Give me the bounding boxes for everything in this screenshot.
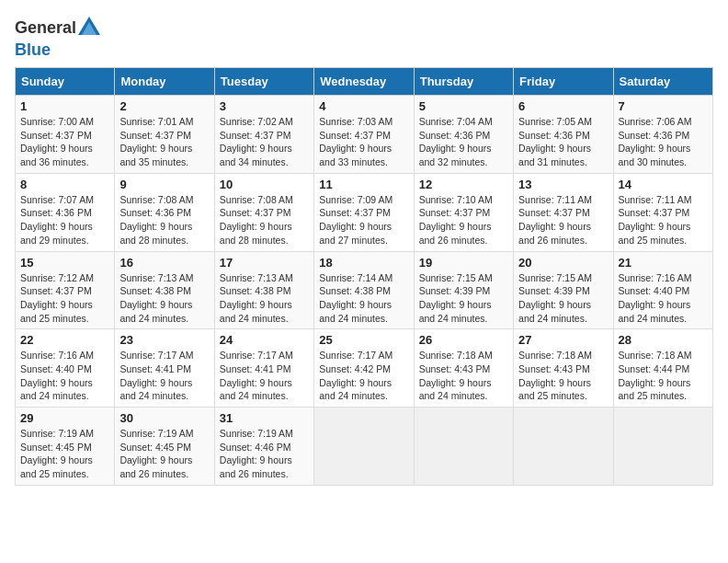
day-cell-30: 30Sunrise: 7:19 AM Sunset: 4:45 PM Dayli… (115, 408, 214, 486)
logo-general: General (15, 18, 76, 38)
day-cell-6: 6Sunrise: 7:05 AM Sunset: 4:36 PM Daylig… (514, 96, 613, 174)
day-cell-3: 3Sunrise: 7:02 AM Sunset: 4:37 PM Daylig… (214, 96, 313, 174)
day-cell-31: 31Sunrise: 7:19 AM Sunset: 4:46 PM Dayli… (214, 408, 313, 486)
day-detail: Sunrise: 7:03 AM Sunset: 4:37 PM Dayligh… (319, 116, 392, 167)
day-number: 4 (319, 99, 408, 113)
day-cell-29: 29Sunrise: 7:19 AM Sunset: 4:45 PM Dayli… (16, 408, 115, 486)
header-sunday: Sunday (16, 68, 115, 96)
day-cell-8: 8Sunrise: 7:07 AM Sunset: 4:36 PM Daylig… (16, 173, 115, 251)
day-cell-1: 1Sunrise: 7:00 AM Sunset: 4:37 PM Daylig… (16, 96, 115, 174)
day-detail: Sunrise: 7:14 AM Sunset: 4:38 PM Dayligh… (319, 272, 392, 324)
calendar-table: SundayMondayTuesdayWednesdayThursdayFrid… (15, 67, 713, 486)
header-wednesday: Wednesday (314, 68, 414, 96)
day-detail: Sunrise: 7:13 AM Sunset: 4:38 PM Dayligh… (119, 272, 193, 324)
day-detail: Sunrise: 7:17 AM Sunset: 4:42 PM Dayligh… (319, 350, 392, 401)
day-detail: Sunrise: 7:16 AM Sunset: 4:40 PM Dayligh… (20, 350, 94, 401)
day-cell-25: 25Sunrise: 7:17 AM Sunset: 4:42 PM Dayli… (314, 329, 414, 408)
week-row-2: 8Sunrise: 7:07 AM Sunset: 4:36 PM Daylig… (16, 173, 713, 251)
day-number: 19 (419, 256, 508, 270)
header-friday: Friday (514, 68, 613, 96)
day-cell-13: 13Sunrise: 7:11 AM Sunset: 4:37 PM Dayli… (514, 173, 613, 251)
day-detail: Sunrise: 7:02 AM Sunset: 4:37 PM Dayligh… (220, 116, 293, 167)
header-tuesday: Tuesday (214, 68, 313, 96)
logo-icon (76, 15, 102, 40)
day-cell-9: 9Sunrise: 7:08 AM Sunset: 4:36 PM Daylig… (115, 173, 214, 251)
day-cell-15: 15Sunrise: 7:12 AM Sunset: 4:37 PM Dayli… (16, 251, 115, 329)
day-number: 1 (20, 99, 109, 113)
day-number: 30 (119, 411, 209, 425)
day-detail: Sunrise: 7:18 AM Sunset: 4:43 PM Dayligh… (518, 350, 592, 401)
calendar-header: SundayMondayTuesdayWednesdayThursdayFrid… (16, 68, 713, 96)
week-row-1: 1Sunrise: 7:00 AM Sunset: 4:37 PM Daylig… (16, 96, 713, 174)
day-detail: Sunrise: 7:12 AM Sunset: 4:37 PM Dayligh… (20, 272, 94, 324)
day-detail: Sunrise: 7:11 AM Sunset: 4:37 PM Dayligh… (518, 194, 592, 246)
day-cell-16: 16Sunrise: 7:13 AM Sunset: 4:38 PM Dayli… (115, 251, 214, 329)
day-cell-4: 4Sunrise: 7:03 AM Sunset: 4:37 PM Daylig… (314, 96, 414, 174)
day-number: 10 (220, 178, 309, 191)
day-detail: Sunrise: 7:08 AM Sunset: 4:37 PM Dayligh… (220, 194, 293, 246)
day-number: 11 (319, 178, 408, 191)
week-row-3: 15Sunrise: 7:12 AM Sunset: 4:37 PM Dayli… (16, 251, 713, 329)
day-cell-24: 24Sunrise: 7:17 AM Sunset: 4:41 PM Dayli… (214, 329, 313, 408)
week-row-5: 29Sunrise: 7:19 AM Sunset: 4:45 PM Dayli… (16, 408, 713, 486)
day-number: 7 (619, 99, 708, 113)
day-number: 18 (319, 256, 408, 270)
logo-blue: Blue (15, 40, 51, 59)
day-detail: Sunrise: 7:15 AM Sunset: 4:39 PM Dayligh… (518, 272, 592, 324)
day-number: 31 (220, 411, 309, 425)
day-detail: Sunrise: 7:10 AM Sunset: 4:37 PM Dayligh… (419, 194, 493, 246)
day-number: 5 (419, 99, 508, 113)
day-number: 21 (619, 256, 708, 270)
day-cell-7: 7Sunrise: 7:06 AM Sunset: 4:36 PM Daylig… (613, 96, 712, 174)
day-number: 23 (119, 333, 209, 347)
day-number: 13 (518, 178, 608, 191)
page-header: GeneralBlue (15, 15, 713, 60)
day-detail: Sunrise: 7:13 AM Sunset: 4:38 PM Dayligh… (220, 272, 293, 324)
day-number: 24 (220, 333, 309, 347)
empty-cell (514, 408, 613, 486)
day-number: 15 (20, 256, 109, 270)
day-detail: Sunrise: 7:17 AM Sunset: 4:41 PM Dayligh… (119, 350, 193, 401)
day-cell-14: 14Sunrise: 7:11 AM Sunset: 4:37 PM Dayli… (613, 173, 712, 251)
day-number: 2 (119, 99, 209, 113)
day-number: 16 (119, 256, 209, 270)
day-number: 3 (220, 99, 309, 113)
day-detail: Sunrise: 7:17 AM Sunset: 4:41 PM Dayligh… (220, 350, 293, 401)
day-number: 26 (419, 333, 508, 347)
day-detail: Sunrise: 7:07 AM Sunset: 4:36 PM Dayligh… (20, 194, 94, 246)
empty-cell (314, 408, 414, 486)
day-detail: Sunrise: 7:19 AM Sunset: 4:45 PM Dayligh… (119, 428, 193, 479)
day-cell-17: 17Sunrise: 7:13 AM Sunset: 4:38 PM Dayli… (214, 251, 313, 329)
week-row-4: 22Sunrise: 7:16 AM Sunset: 4:40 PM Dayli… (16, 329, 713, 408)
day-cell-19: 19Sunrise: 7:15 AM Sunset: 4:39 PM Dayli… (414, 251, 513, 329)
day-detail: Sunrise: 7:01 AM Sunset: 4:37 PM Dayligh… (119, 116, 193, 167)
day-number: 8 (20, 178, 109, 191)
header-monday: Monday (115, 68, 214, 96)
day-number: 28 (619, 333, 708, 347)
day-detail: Sunrise: 7:06 AM Sunset: 4:36 PM Dayligh… (619, 116, 692, 167)
day-cell-23: 23Sunrise: 7:17 AM Sunset: 4:41 PM Dayli… (115, 329, 214, 408)
day-number: 20 (518, 256, 608, 270)
calendar-body: 1Sunrise: 7:00 AM Sunset: 4:37 PM Daylig… (16, 96, 713, 486)
header-row: SundayMondayTuesdayWednesdayThursdayFrid… (16, 68, 713, 96)
day-detail: Sunrise: 7:09 AM Sunset: 4:37 PM Dayligh… (319, 194, 392, 246)
day-cell-12: 12Sunrise: 7:10 AM Sunset: 4:37 PM Dayli… (414, 173, 513, 251)
day-number: 25 (319, 333, 408, 347)
day-detail: Sunrise: 7:18 AM Sunset: 4:44 PM Dayligh… (619, 350, 692, 401)
day-detail: Sunrise: 7:00 AM Sunset: 4:37 PM Dayligh… (20, 116, 94, 167)
day-detail: Sunrise: 7:11 AM Sunset: 4:37 PM Dayligh… (619, 194, 692, 246)
logo: GeneralBlue (15, 15, 102, 60)
day-cell-10: 10Sunrise: 7:08 AM Sunset: 4:37 PM Dayli… (214, 173, 313, 251)
day-detail: Sunrise: 7:15 AM Sunset: 4:39 PM Dayligh… (419, 272, 493, 324)
day-number: 6 (518, 99, 608, 113)
day-detail: Sunrise: 7:19 AM Sunset: 4:45 PM Dayligh… (20, 428, 94, 479)
day-cell-21: 21Sunrise: 7:16 AM Sunset: 4:40 PM Dayli… (613, 251, 712, 329)
day-detail: Sunrise: 7:08 AM Sunset: 4:36 PM Dayligh… (119, 194, 193, 246)
day-detail: Sunrise: 7:04 AM Sunset: 4:36 PM Dayligh… (419, 116, 493, 167)
day-detail: Sunrise: 7:05 AM Sunset: 4:36 PM Dayligh… (518, 116, 592, 167)
day-number: 14 (619, 178, 708, 191)
day-cell-27: 27Sunrise: 7:18 AM Sunset: 4:43 PM Dayli… (514, 329, 613, 408)
day-number: 27 (518, 333, 608, 347)
day-cell-11: 11Sunrise: 7:09 AM Sunset: 4:37 PM Dayli… (314, 173, 414, 251)
header-thursday: Thursday (414, 68, 513, 96)
